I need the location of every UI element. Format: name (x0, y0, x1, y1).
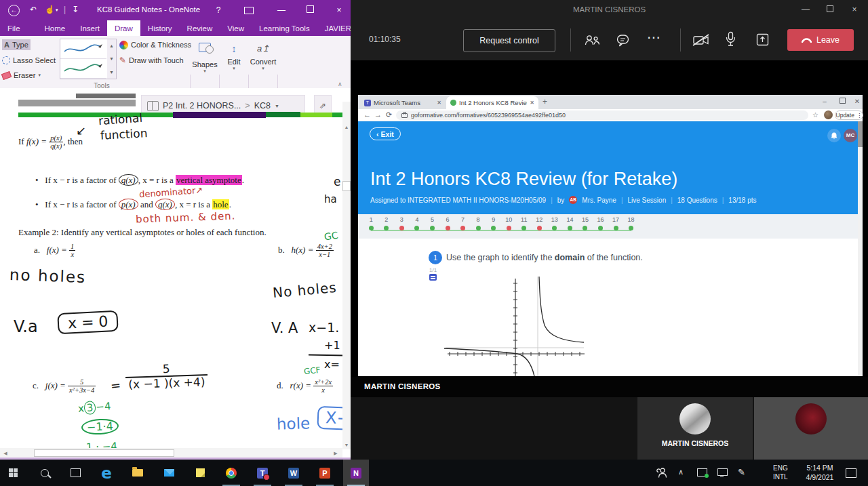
taskbar-clock[interactable]: 5:14 PM 4/9/2021 (799, 464, 841, 482)
taskbar-onenote[interactable] (343, 460, 369, 486)
browser-tab-formative[interactable]: Int 2 Honors KC8 Review (for Re ✕ (446, 96, 538, 109)
participant-tile[interactable] (754, 397, 868, 460)
taskbar-word[interactable] (281, 460, 307, 486)
ribbon-display-options-icon[interactable] (244, 7, 254, 14)
collapse-ribbon-icon[interactable]: ∧ (338, 81, 342, 87)
scroll-down-icon[interactable]: ▼ (342, 441, 351, 449)
question-nav-item[interactable]: 1 (363, 216, 379, 230)
tab-history[interactable]: History (140, 20, 180, 36)
pen-gallery[interactable] (60, 39, 108, 79)
question-nav-item[interactable]: 14 (562, 216, 578, 230)
browser-update-button[interactable]: Update ⋮ (835, 110, 863, 120)
microphone-icon[interactable] (726, 31, 736, 47)
taskbar-sticky-notes[interactable] (187, 460, 213, 486)
taskbar-file-explorer[interactable] (125, 460, 151, 486)
taskbar-chrome[interactable] (218, 460, 244, 486)
breadcrumb-section[interactable]: KC8 (254, 101, 271, 110)
scroll-left-icon[interactable]: ◀ (1, 449, 9, 458)
close-button[interactable]: × (328, 0, 351, 20)
address-bar[interactable]: goformative.com/formatives/60523969554ae… (396, 110, 808, 120)
page-scrollbar[interactable] (858, 121, 863, 376)
question-nav-item[interactable]: 7 (455, 216, 471, 230)
question-nav-item[interactable]: 17 (608, 216, 624, 230)
participant-tile[interactable]: MARTIN CISNEROS (637, 397, 753, 460)
tab-learning-tools[interactable]: Learning Tools (252, 20, 317, 36)
question-nav-item[interactable]: 3 (394, 216, 410, 230)
tab-insert[interactable]: Insert (73, 20, 107, 36)
eraser-button[interactable]: Eraser ▾ (2, 70, 41, 81)
teams-close-button[interactable]: × (844, 0, 865, 20)
question-nav-item[interactable]: 15 (578, 216, 593, 230)
tab-review[interactable]: Review (180, 20, 220, 36)
minimize-button[interactable]: — (270, 0, 293, 20)
browser-tab-teams[interactable]: Microsoft Teams ✕ (361, 96, 445, 109)
question-nav-item[interactable]: 16 (593, 216, 608, 230)
question-nav-item[interactable]: 18 (623, 216, 639, 230)
teams-minimize-button[interactable]: — (795, 0, 816, 20)
chat-icon[interactable] (616, 34, 629, 47)
lasso-select-button[interactable]: Lasso Select (2, 55, 56, 66)
shapes-button[interactable]: Shapes ▾ (191, 40, 218, 74)
tray-network-icon[interactable] (717, 468, 728, 476)
bookmark-star-icon[interactable]: ☆ (812, 111, 818, 119)
action-center-icon[interactable] (846, 468, 856, 478)
exit-button[interactable]: ‹ Exit (370, 127, 401, 140)
breadcrumb-dropdown-icon[interactable]: ▼ (275, 104, 279, 108)
tab-close-icon[interactable]: ✕ (437, 100, 441, 106)
tab-file[interactable]: File (0, 20, 28, 36)
maximize-button[interactable] (298, 0, 321, 20)
touch-mode-dropdown-icon[interactable]: ▾ (56, 7, 58, 13)
question-nav-item[interactable]: 6 (440, 216, 456, 230)
gallery-up-icon[interactable]: ▲ (109, 43, 114, 48)
customize-qat-icon[interactable]: ↧ (72, 5, 79, 14)
question-nav-item[interactable]: 11 (516, 216, 532, 230)
color-thickness-button[interactable]: Color & Thickness (119, 39, 191, 50)
question-nav-item[interactable]: 13 (547, 216, 563, 230)
tab-close-icon[interactable]: ✕ (530, 100, 534, 106)
question-nav-item[interactable]: 2 (379, 216, 395, 230)
type-tool-button[interactable]: Type (2, 39, 31, 50)
pen-gallery-scroll[interactable]: ▲ ▼ ▼ (107, 39, 117, 79)
tab-draw[interactable]: Draw (107, 20, 140, 36)
taskbar-search-button[interactable] (32, 460, 58, 486)
pen-thumbnail[interactable] (60, 39, 106, 59)
share-screen-icon[interactable] (756, 33, 769, 46)
browser-minimize-button[interactable]: – (816, 95, 833, 108)
question-nav-item[interactable]: 4 (410, 216, 425, 230)
user-avatar[interactable]: MC (844, 129, 857, 142)
question-nav-item[interactable]: 5 (425, 216, 440, 230)
browser-close-button[interactable]: ✕ (849, 95, 865, 108)
page-scrollbar-thumb[interactable] (858, 121, 863, 147)
notifications-bell[interactable] (827, 129, 841, 142)
tray-security-icon[interactable] (697, 468, 707, 477)
scroll-right-icon[interactable]: ▶ (332, 449, 340, 458)
taskbar-powerpoint[interactable] (312, 460, 338, 486)
notes-canvas[interactable]: P2 Int. 2 HONORS... > KC8 ▼ ⇗ If f(x) = … (0, 88, 351, 448)
taskbar-teams[interactable] (250, 460, 275, 486)
vertical-scrollbar[interactable] (342, 102, 351, 448)
scroll-up-icon[interactable]: ▲ (342, 123, 351, 131)
question-nav-item[interactable]: 8 (471, 216, 486, 230)
breadcrumb-notebook[interactable]: P2 Int. 2 HONORS... (163, 101, 241, 110)
reload-icon[interactable]: ⟳ (386, 110, 392, 119)
question-nav-item[interactable]: 10 (501, 216, 517, 230)
browser-maximize-button[interactable] (834, 95, 850, 108)
back-icon[interactable]: ← (363, 110, 371, 119)
draw-with-touch-button[interactable]: Draw with Touch (119, 55, 184, 66)
vertical-scrollbar-thumb[interactable] (342, 181, 351, 191)
question-nav-item[interactable]: 9 (486, 216, 501, 230)
more-actions-icon[interactable]: ⋯ (647, 29, 660, 45)
undo-icon[interactable]: ↶ (30, 5, 37, 14)
horizontal-scrollbar-thumb[interactable] (34, 449, 174, 457)
language-indicator[interactable]: ENG INTL (773, 464, 788, 481)
start-button[interactable] (1, 460, 26, 486)
tab-view[interactable]: View (220, 20, 252, 36)
show-hidden-icons-chevron[interactable]: ∧ (678, 468, 684, 477)
request-control-button[interactable]: Request control (463, 29, 555, 52)
leave-button[interactable]: Leave (787, 29, 854, 51)
browser-profile-avatar[interactable] (824, 110, 833, 119)
browser-menu-icon[interactable]: ⋮ (856, 112, 863, 119)
touch-mode-icon[interactable]: ☝ (45, 5, 55, 14)
taskbar-people-icon[interactable] (655, 467, 667, 479)
camera-off-icon[interactable] (692, 34, 710, 46)
